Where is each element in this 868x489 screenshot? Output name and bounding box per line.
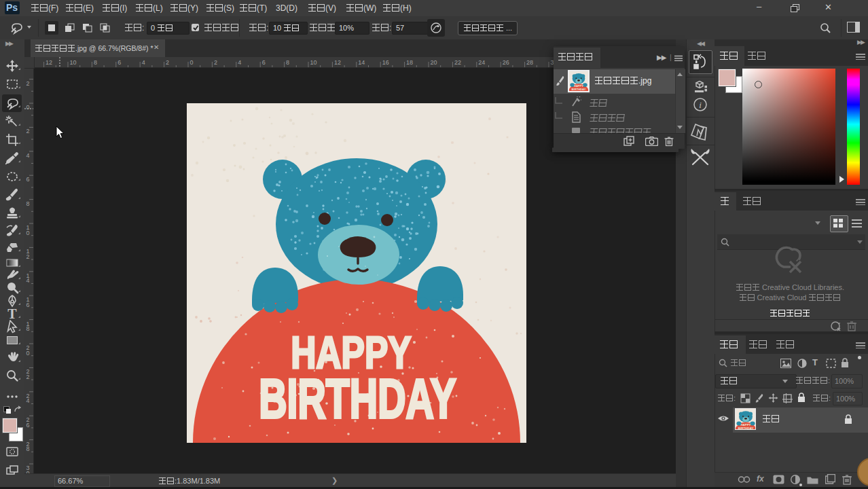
- svg-text:4: 4: [26, 152, 30, 159]
- svg-text:6: 6: [262, 59, 266, 66]
- svg-text:28: 28: [526, 59, 533, 66]
- svg-text:4: 4: [238, 59, 241, 66]
- svg-text:12: 12: [334, 59, 341, 66]
- svg-text:18: 18: [406, 59, 413, 66]
- svg-text:0: 0: [26, 104, 30, 111]
- svg-text:2: 2: [214, 59, 217, 66]
- svg-text:20: 20: [26, 344, 30, 357]
- svg-text:16: 16: [26, 296, 30, 308]
- svg-text:28: 28: [26, 441, 30, 453]
- svg-text:22: 22: [454, 59, 461, 66]
- svg-text:T: T: [7, 307, 17, 321]
- svg-text:2: 2: [26, 128, 30, 134]
- svg-text:20: 20: [431, 59, 437, 66]
- svg-text:22: 22: [26, 368, 30, 380]
- svg-text:8: 8: [26, 200, 30, 207]
- svg-text:24: 24: [478, 59, 485, 66]
- svg-text:16: 16: [382, 59, 389, 66]
- svg-text:6: 6: [117, 59, 121, 66]
- svg-text:10: 10: [70, 59, 77, 66]
- svg-text:14: 14: [26, 272, 30, 285]
- svg-text:4: 4: [142, 59, 145, 66]
- svg-text:2: 2: [166, 59, 169, 66]
- svg-text:BIRTHDAY: BIRTHDAY: [259, 367, 456, 430]
- svg-text:i: i: [699, 100, 702, 110]
- svg-text:2: 2: [26, 80, 30, 87]
- svg-text:24: 24: [26, 393, 30, 405]
- svg-text:8: 8: [286, 59, 289, 66]
- svg-text:12: 12: [46, 59, 52, 66]
- svg-text:10: 10: [26, 224, 30, 236]
- svg-text:18: 18: [26, 321, 30, 333]
- svg-text:26: 26: [26, 416, 30, 429]
- svg-text:8: 8: [94, 59, 97, 66]
- svg-text:14: 14: [358, 59, 365, 66]
- svg-text:12: 12: [26, 248, 30, 260]
- svg-text:0: 0: [190, 59, 194, 66]
- svg-text:10: 10: [310, 59, 317, 66]
- svg-text:26: 26: [503, 59, 509, 66]
- svg-text:30: 30: [26, 465, 30, 473]
- svg-text:6: 6: [26, 176, 30, 183]
